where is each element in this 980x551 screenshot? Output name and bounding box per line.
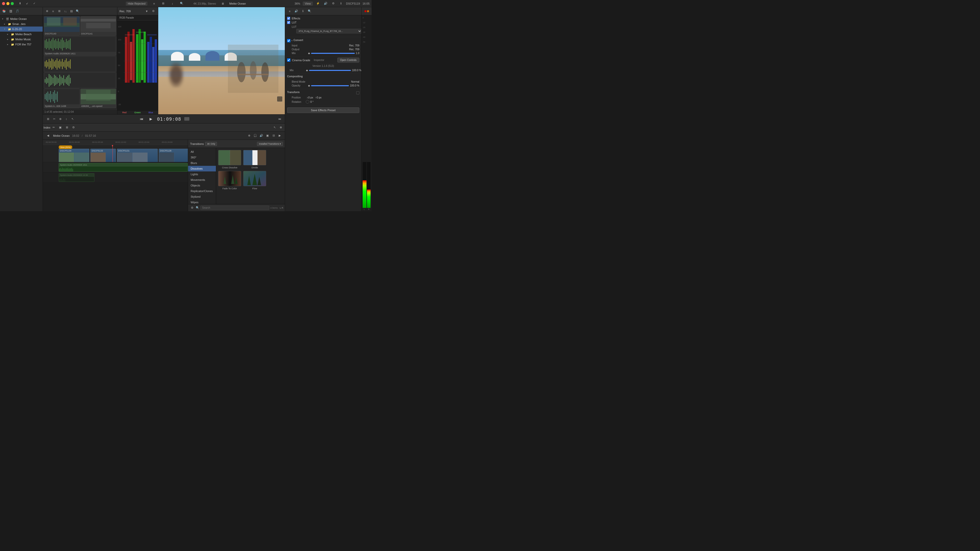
timeline-clip-dscf5131[interactable]: DSCF5131 xyxy=(117,149,158,162)
scope-settings-icon[interactable]: ⚙ xyxy=(151,9,156,14)
open-controls-btn[interactable]: Open Controls xyxy=(337,58,360,62)
sidebar-item-meike-music[interactable]: ▸ 📁 Meike Music xyxy=(0,37,43,42)
settings-icon[interactable]: ⚙ xyxy=(331,1,336,6)
grid-icon[interactable]: ⊞ xyxy=(45,116,51,121)
transition-fade-to-color[interactable]: Fade To Color xyxy=(218,171,241,190)
tl-next-icon[interactable]: ▶ xyxy=(277,133,282,138)
monitor-icon[interactable]: 🖥 xyxy=(220,1,225,6)
sidebar-item-smarties[interactable]: ▸ 📁 Smar...ties xyxy=(0,21,43,27)
sidebar-photos-icon[interactable]: 🖼 xyxy=(8,9,13,14)
hide-rejected-btn[interactable]: Hide Rejected xyxy=(126,2,148,6)
media-sort-icon[interactable]: ↑↓ xyxy=(63,9,68,14)
tl-cursor-icon[interactable]: ↖ xyxy=(272,125,277,130)
media-clip-dscf5140[interactable]: DSCF5140 xyxy=(44,16,80,36)
media-clip-audio-3[interactable] xyxy=(44,73,116,88)
media-filter-icon[interactable]: ▤ xyxy=(69,9,74,14)
convert-header[interactable]: ▾ Convert xyxy=(287,39,360,43)
close-button[interactable] xyxy=(2,2,5,5)
tl-zoom-in-icon[interactable]: ⊕ xyxy=(247,133,251,138)
media-clip-system-audio-1411[interactable]: System Audio 20200626 1411 xyxy=(44,36,116,56)
lut-selector[interactable]: XT4_FLog_FGamut_to_FLog_BT.709_33... xyxy=(296,29,361,33)
sidebar-item-6-26-20[interactable]: ▾ 📁 6-26-20 xyxy=(0,27,43,32)
tl-edit-icon[interactable]: ✏ xyxy=(51,125,56,130)
category-dissolves[interactable]: Dissolves xyxy=(188,166,216,171)
media-clip-system-a-1438[interactable]: System A...626 1438 xyxy=(44,89,80,108)
audio-clip-2[interactable]: System Audio 20200626 14:38 xyxy=(59,173,94,182)
category-blurs[interactable]: Blurs xyxy=(188,160,216,166)
tl-snap-icon[interactable]: ⊟ xyxy=(271,133,276,138)
tl-clip-view-icon[interactable]: ▣ xyxy=(265,133,270,138)
effects-audio-icon[interactable]: 🔊 xyxy=(294,9,299,14)
list-view-icon[interactable]: ≡ xyxy=(151,1,157,6)
effects-info-icon[interactable]: ℹ xyxy=(301,9,305,14)
effects-search-icon[interactable]: 🔍 xyxy=(307,9,312,14)
opacity-slider[interactable] xyxy=(311,85,349,86)
select-icon[interactable]: ↖ xyxy=(70,116,75,121)
transform-checkbox[interactable] xyxy=(356,91,360,94)
filter-type-btn[interactable]: 4K Only xyxy=(205,142,217,146)
effects-mix-slider[interactable] xyxy=(309,70,351,71)
scope-view-btn[interactable]: ▼ xyxy=(144,9,149,14)
import-icon[interactable]: ⊕ xyxy=(45,9,49,14)
sidebar-library-icon[interactable]: 📚 xyxy=(2,9,6,14)
media-import-icon[interactable]: ↙ xyxy=(24,1,30,6)
download-icon[interactable]: ⬇ xyxy=(18,1,22,6)
audio-icon[interactable]: 🔊 xyxy=(323,1,328,6)
timeline-clip-dscf5133[interactable]: DSCF5133 xyxy=(90,149,116,162)
view-btn[interactable]: View xyxy=(303,2,313,6)
play-backward-btn[interactable]: ⏮ xyxy=(138,116,145,122)
category-360[interactable]: 360° xyxy=(188,155,216,160)
installed-transitions-btn[interactable]: Installed Transitions ▾ xyxy=(257,142,283,146)
category-stylized[interactable]: Stylized xyxy=(188,194,216,200)
category-replicator[interactable]: Replicator/Clones xyxy=(188,188,216,194)
tl-clip-icon[interactable]: ▣ xyxy=(58,125,63,130)
transition-flow[interactable]: Flow xyxy=(243,171,266,190)
blade-icon[interactable]: ⊕ xyxy=(58,116,63,121)
tl-trim-icon[interactable]: ⊕ xyxy=(278,125,283,130)
timeline-clip-dscf5134[interactable]: DSCF5134 xyxy=(59,149,89,162)
tool-icon[interactable]: ↕ xyxy=(64,116,69,121)
category-objects[interactable]: Objects xyxy=(188,183,216,188)
play-btn[interactable]: ▶ xyxy=(148,116,154,122)
category-lights[interactable]: Lights xyxy=(188,171,216,177)
fullscreen-btn[interactable]: ⛶ xyxy=(277,97,282,102)
cinema-grade-checkbox[interactable] xyxy=(287,59,290,62)
convert-checkbox[interactable] xyxy=(287,39,290,42)
effects-checkbox[interactable] xyxy=(287,17,290,20)
category-all[interactable]: All xyxy=(188,149,216,155)
media-list-icon[interactable]: ≡ xyxy=(51,9,56,14)
skip-icon[interactable]: ⏭ xyxy=(277,116,282,121)
effects-list-icon[interactable]: ≡ xyxy=(287,9,292,14)
info-icon[interactable]: ℹ xyxy=(339,1,344,6)
transitions-gear-icon[interactable]: ⚙ xyxy=(189,205,195,210)
transitions-search-input[interactable] xyxy=(200,206,269,210)
tl-prev-icon[interactable]: ◀ xyxy=(45,133,51,138)
category-wipes[interactable]: Wipes xyxy=(188,200,216,204)
media-search-icon[interactable]: 🔍 xyxy=(75,9,80,14)
save-effects-preset-btn[interactable]: Save Effects Preset xyxy=(287,107,360,113)
sort-icon[interactable]: ↕ xyxy=(170,1,175,6)
sidebar-music-icon[interactable]: 🎵 xyxy=(15,9,20,14)
timeline-clip-dscf5128[interactable]: DSCF5128 xyxy=(159,149,188,162)
effects-icon[interactable]: ⚡ xyxy=(315,1,321,6)
tl-range-icon[interactable]: ⊞ xyxy=(64,125,69,130)
index-btn[interactable]: Index xyxy=(45,125,49,130)
media-clip-438283[interactable]: 438283_...um-speed xyxy=(80,89,116,108)
fullscreen-button[interactable] xyxy=(11,2,14,5)
custom-lut-checkbox[interactable] xyxy=(287,21,290,24)
tl-audio-icon[interactable]: 🔊 xyxy=(259,133,264,138)
transition-cross-dissolve[interactable]: Cross Dissolve xyxy=(218,150,241,169)
media-clip-audio-2[interactable] xyxy=(44,56,116,72)
check-icon[interactable]: ✓ xyxy=(32,1,37,6)
media-grid-icon[interactable]: ⊞ xyxy=(57,9,62,14)
media-clip-dscf5141[interactable]: DSCF5141 xyxy=(80,16,116,36)
search-icon[interactable]: 🔍 xyxy=(179,1,184,6)
mix-slider[interactable] xyxy=(311,53,355,54)
tl-headphone-icon[interactable]: 🎧 xyxy=(253,133,258,138)
sidebar-item-meike-beach[interactable]: ▸ 📁 Meike Beach xyxy=(0,32,43,37)
rotation-dial[interactable] xyxy=(306,100,309,103)
tl-settings-icon[interactable]: ⚙ xyxy=(71,125,76,130)
sidebar-item-meike-ocean[interactable]: ▾ 🎬 Meike Ocean xyxy=(0,16,43,21)
minimize-button[interactable] xyxy=(6,2,10,5)
category-movements[interactable]: Movements xyxy=(188,177,216,183)
